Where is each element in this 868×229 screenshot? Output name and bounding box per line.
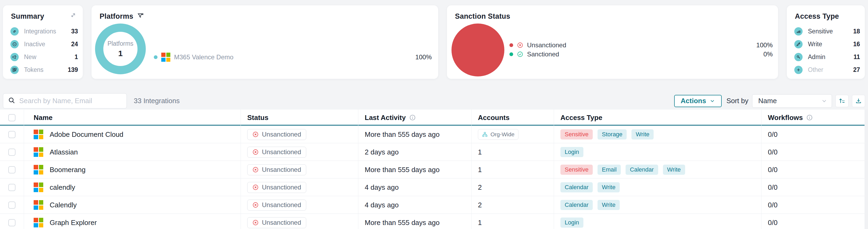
filter-clear-icon[interactable] [137, 12, 144, 21]
stat-value: 27 [853, 66, 860, 74]
platforms-donut-chart[interactable]: Platforms 1 [95, 24, 146, 74]
table-header-row: Name Status Last Activity Accounts Acces… [0, 110, 868, 125]
access-chip: Calendar [626, 165, 658, 175]
table-row[interactable]: Graph Explorer Unsanctioned More than 55… [0, 214, 868, 229]
column-header-status[interactable]: Status [241, 110, 358, 125]
download-button[interactable] [852, 95, 865, 107]
status-badge[interactable]: Unsanctioned [247, 200, 306, 210]
integration-name: Atlassian [50, 148, 78, 156]
list-item: Integrations 33 [10, 25, 78, 38]
sort-select-value: Name [758, 97, 777, 105]
legend-label: Sanctioned [527, 51, 559, 58]
last-activity-cell: More than 555 days ago [358, 161, 471, 178]
org-hierarchy-icon [482, 132, 488, 137]
platforms-card: Platforms Platforms 1 M365 Valence Demo … [92, 5, 438, 79]
access-chip: Calendar [560, 200, 593, 210]
table-row[interactable]: Calendly Unsanctioned 4 days ago 2 Calen… [0, 196, 868, 214]
stat-value: 33 [71, 28, 78, 35]
row-checkbox[interactable] [8, 166, 16, 173]
status-badge[interactable]: Unsanctioned [247, 182, 306, 193]
workflows-cell: 0/0 [762, 161, 868, 178]
status-badge[interactable]: Unsanctioned [247, 147, 306, 158]
sort-direction-button[interactable] [835, 95, 848, 107]
row-checkbox[interactable] [8, 184, 16, 191]
status-badge[interactable]: Unsanctioned [247, 217, 306, 228]
actions-button[interactable]: Actions [674, 95, 721, 107]
sanction-legend-sanctioned[interactable]: Sanctioned 0% [509, 50, 773, 59]
sort-ascending-icon [838, 97, 845, 105]
summary-stat-list: Integrations 33 Inactive 24 New 1 [3, 25, 83, 76]
table-row[interactable]: Atlassian Unsanctioned 2 days ago 1 Logi… [0, 143, 868, 161]
list-item: Tokens 139 [10, 63, 78, 76]
info-icon[interactable] [409, 114, 416, 121]
stat-value: 139 [68, 66, 78, 74]
last-activity-cell: 4 days ago [358, 178, 471, 196]
column-header-name[interactable]: Name [24, 110, 241, 125]
microsoft-logo-icon [34, 218, 43, 227]
row-checkbox[interactable] [8, 131, 16, 138]
accounts-cell: 2 [471, 196, 554, 214]
stat-value: 24 [71, 40, 78, 48]
table-row[interactable]: Adobe Document Cloud Unsanctioned More t… [0, 125, 868, 143]
vertical-scrollbar[interactable] [865, 110, 868, 229]
info-icon[interactable] [806, 114, 813, 121]
access-chip: Write [631, 129, 654, 140]
table-row[interactable]: calendly Unsanctioned 4 days ago 2 Calen… [0, 178, 868, 196]
microsoft-logo-icon [34, 147, 43, 157]
workflows-cell: 0/0 [762, 178, 868, 196]
pencil-icon [794, 40, 803, 48]
column-header-access-type[interactable]: Access Type [554, 110, 762, 125]
plus-icon [794, 66, 803, 74]
legend-dot [509, 52, 513, 56]
row-checkbox[interactable] [8, 219, 16, 226]
row-checkbox[interactable] [8, 149, 16, 156]
column-header-workflows[interactable]: Workflows [762, 110, 868, 125]
column-header-accounts[interactable]: Accounts [471, 110, 554, 125]
legend-dot [509, 43, 513, 47]
legend-percent: 100% [756, 41, 773, 49]
sort-by-label: Sort by [726, 97, 748, 105]
stat-value: 18 [853, 28, 860, 35]
status-badge[interactable]: Unsanctioned [247, 164, 306, 175]
status-label: Unsanctioned [262, 219, 301, 226]
chevron-down-icon [821, 98, 828, 104]
megaphone-icon [10, 53, 19, 61]
accounts-cell: 1 [471, 143, 554, 161]
integration-name: Calendly [50, 201, 76, 209]
microsoft-logo-icon [34, 165, 43, 174]
column-header-last-activity[interactable]: Last Activity [358, 110, 471, 125]
select-all-checkbox[interactable] [8, 114, 16, 121]
status-badge[interactable]: Unsanctioned [247, 129, 306, 140]
expand-icon[interactable] [69, 12, 76, 21]
sort-select[interactable]: Name [752, 94, 832, 108]
circled-x-icon [252, 202, 259, 208]
org-wide-badge[interactable]: Org-Wide [478, 129, 519, 140]
key-icon [794, 53, 803, 61]
list-item: Admin 11 [794, 51, 860, 63]
sanction-status-card: Sanction Status Unsanctioned 100% Sancti… [447, 5, 778, 79]
search-box [3, 93, 127, 109]
accounts-label: Org-Wide [491, 131, 515, 138]
access-card-title: Access Type [795, 12, 839, 21]
table-row[interactable]: Boomerang Unsanctioned More than 555 day… [0, 161, 868, 178]
circled-x-icon [252, 184, 259, 191]
summary-card-title: Summary [11, 12, 44, 21]
circled-x-icon [252, 131, 259, 138]
access-chip: Write [597, 182, 620, 192]
access-chip: Write [663, 165, 685, 175]
platforms-legend-row[interactable]: M365 Valence Demo 100% [154, 53, 432, 62]
integration-name: Boomerang [50, 166, 86, 174]
stat-label: Inactive [24, 40, 45, 48]
circled-x-icon [252, 167, 259, 173]
status-label: Unsanctioned [262, 166, 301, 173]
access-stat-list: Sensitive 18 Write 16 Admin 11 [787, 25, 865, 76]
row-checkbox[interactable] [8, 201, 16, 209]
integrations-table: Name Status Last Activity Accounts Acces… [0, 110, 868, 229]
sanction-pie-chart[interactable] [452, 24, 504, 77]
qr-code-icon [10, 66, 19, 74]
circled-x-icon [252, 219, 259, 226]
platforms-card-title: Platforms [100, 12, 133, 21]
search-input[interactable] [19, 97, 122, 105]
accounts-cell: 2 [471, 178, 554, 196]
sanction-legend-unsanctioned[interactable]: Unsanctioned 100% [509, 40, 773, 50]
